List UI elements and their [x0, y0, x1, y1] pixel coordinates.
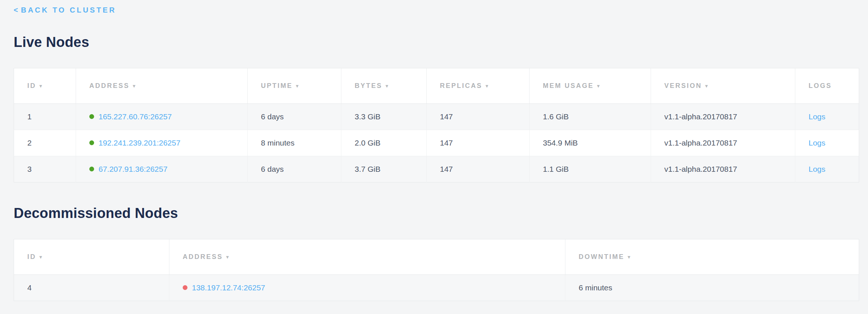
node-address-link[interactable]: 138.197.12.74:26257 [192, 283, 265, 292]
sort-arrow-icon: ▾ [597, 83, 601, 89]
decommissioned-nodes-table: ID▾ ADDRESS▾ DOWNTIME▾ 4 138.197.12.74:2… [14, 239, 859, 301]
sort-arrow-icon: ▾ [705, 83, 709, 89]
page-content: <BACK TO CLUSTER Live Nodes ID▾ ADDRESS▾… [0, 0, 868, 301]
back-link-label: BACK TO CLUSTER [21, 6, 116, 14]
live-header-row: ID▾ ADDRESS▾ UPTIME▾ BYTES▾ REPLICAS▾ ME… [14, 68, 859, 104]
sort-arrow-icon: ▾ [386, 83, 389, 89]
cell-replicas: 147 [427, 130, 530, 156]
cell-mem-usage: 354.9 MiB [530, 130, 651, 156]
cell-bytes: 3.3 GiB [341, 104, 427, 130]
healthy-status-dot-icon [89, 114, 94, 119]
cell-mem-usage: 1.6 GiB [530, 104, 651, 130]
cell-bytes: 2.0 GiB [341, 130, 427, 156]
column-header-id[interactable]: ID▾ [14, 239, 169, 275]
cell-replicas: 147 [427, 104, 530, 130]
table-row: 2 192.241.239.201:26257 8 minutes 2.0 Gi… [14, 130, 859, 156]
cell-node-address: 165.227.60.76:26257 [76, 104, 248, 130]
table-row: 4 138.197.12.74:26257 6 minutes [14, 275, 859, 301]
sort-arrow-icon: ▾ [296, 83, 300, 89]
decommissioned-header-row: ID▾ ADDRESS▾ DOWNTIME▾ [14, 239, 859, 275]
node-address-link[interactable]: 67.207.91.36:26257 [99, 165, 168, 173]
sort-arrow-icon: ▾ [226, 254, 230, 260]
column-header-id[interactable]: ID▾ [14, 68, 76, 104]
cell-logs: Logs [795, 156, 859, 182]
cell-uptime: 8 minutes [248, 130, 341, 156]
cell-bytes: 3.7 GiB [341, 156, 427, 182]
decommissioned-nodes-title: Decommissioned Nodes [14, 205, 859, 221]
cell-uptime: 6 days [248, 156, 341, 182]
cell-downtime: 6 minutes [565, 275, 859, 301]
cell-node-id: 3 [14, 156, 76, 182]
column-header-downtime[interactable]: DOWNTIME▾ [565, 239, 859, 275]
column-header-uptime[interactable]: UPTIME▾ [248, 68, 341, 104]
sort-arrow-icon: ▾ [133, 83, 137, 89]
cell-version: v1.1-alpha.20170817 [651, 104, 795, 130]
cell-version: v1.1-alpha.20170817 [651, 156, 795, 182]
cell-uptime: 6 days [248, 104, 341, 130]
node-address-link[interactable]: 192.241.239.201:26257 [99, 139, 180, 147]
sort-arrow-icon: ▾ [486, 83, 489, 89]
column-header-address[interactable]: ADDRESS▾ [169, 239, 565, 275]
column-header-replicas[interactable]: REPLICAS▾ [427, 68, 530, 104]
cell-node-id: 4 [14, 275, 169, 301]
node-logs-link[interactable]: Logs [809, 165, 826, 173]
column-header-mem-usage[interactable]: MEM USAGE▾ [530, 68, 651, 104]
healthy-status-dot-icon [89, 140, 94, 145]
node-logs-link[interactable]: Logs [809, 139, 826, 147]
table-row: 3 67.207.91.36:26257 6 days 3.7 GiB 147 … [14, 156, 859, 182]
cell-node-id: 2 [14, 130, 76, 156]
cell-node-address: 192.241.239.201:26257 [76, 130, 248, 156]
column-header-bytes[interactable]: BYTES▾ [341, 68, 427, 104]
column-header-version[interactable]: VERSION▾ [651, 68, 795, 104]
column-header-logs: LOGS [795, 68, 859, 104]
cell-replicas: 147 [427, 156, 530, 182]
cell-version: v1.1-alpha.20170817 [651, 130, 795, 156]
cell-node-address: 138.197.12.74:26257 [169, 275, 565, 301]
column-header-address[interactable]: ADDRESS▾ [76, 68, 248, 104]
cell-logs: Logs [795, 130, 859, 156]
live-nodes-title: Live Nodes [14, 34, 859, 50]
cell-logs: Logs [795, 104, 859, 130]
node-logs-link[interactable]: Logs [809, 112, 826, 121]
sort-arrow-icon: ▾ [628, 254, 631, 260]
cell-node-id: 1 [14, 104, 76, 130]
sort-arrow-icon: ▾ [39, 254, 43, 260]
cell-mem-usage: 1.1 GiB [530, 156, 651, 182]
back-to-cluster-link[interactable]: <BACK TO CLUSTER [14, 6, 116, 14]
back-chevron-icon: < [14, 6, 18, 14]
table-row: 1 165.227.60.76:26257 6 days 3.3 GiB 147… [14, 104, 859, 130]
decommissioned-status-dot-icon [183, 285, 187, 290]
healthy-status-dot-icon [89, 167, 94, 171]
node-address-link[interactable]: 165.227.60.76:26257 [99, 112, 172, 121]
cell-node-address: 67.207.91.36:26257 [76, 156, 248, 182]
sort-arrow-icon: ▾ [39, 83, 43, 89]
live-nodes-table: ID▾ ADDRESS▾ UPTIME▾ BYTES▾ REPLICAS▾ ME… [14, 68, 859, 182]
